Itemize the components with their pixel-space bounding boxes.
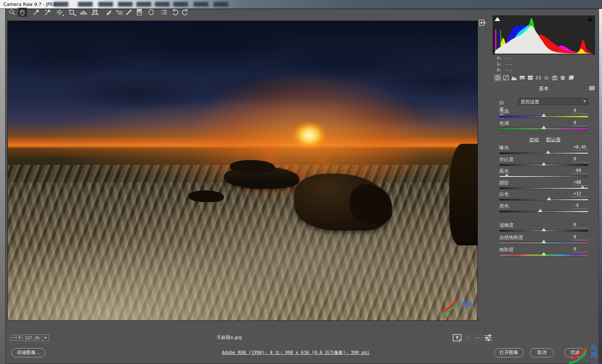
save-image-button[interactable]: 存储图像... (11, 348, 45, 357)
svg-text:fx: fx (544, 75, 549, 81)
shadow-clipping-indicator-icon[interactable] (494, 17, 500, 21)
tab-basic[interactable] (494, 74, 502, 82)
blurred-menu-item (78, 2, 93, 7)
slider-vibrance: 自然饱和度 0 (499, 234, 588, 245)
slider-whites: 白色 +12 (499, 191, 588, 201)
adjustment-brush-tool-icon[interactable] (125, 8, 133, 17)
blurred-menu-item (118, 2, 133, 7)
blurred-menu-item (173, 2, 188, 7)
auto-link[interactable]: 自动 (529, 136, 539, 143)
rgb-divider (518, 56, 519, 74)
tab-split-toning[interactable] (526, 74, 534, 82)
slider-highlights: 高光 -84 (499, 168, 588, 178)
watermark-text: 鸟网 (461, 301, 472, 307)
g-label: G: (497, 61, 505, 67)
g-value: --- (505, 61, 513, 67)
blurred-menu-item (194, 2, 208, 7)
hand-tool-icon[interactable] (18, 8, 27, 17)
straighten-tool-icon[interactable] (79, 8, 88, 17)
graduated-filter-tool-icon[interactable] (135, 8, 144, 17)
window-title: Camera Raw 9.7 - JPEG (3, 1, 57, 7)
white-balance-tool-icon[interactable] (32, 8, 41, 17)
preview-settings-icon[interactable] (483, 334, 493, 342)
chevron-down-icon (583, 101, 586, 102)
open-image-button[interactable]: 打开图像 (494, 348, 524, 357)
panel-title-divider (490, 84, 595, 84)
red-eye-removal-tool-icon[interactable] (115, 8, 123, 17)
filename-label: 无标题a.jpg (155, 334, 303, 341)
white-balance-select[interactable]: 原照设置 (518, 98, 588, 105)
zoom-level-select[interactable]: 127.2% (22, 334, 49, 341)
bottom-bar-divider (6, 343, 599, 344)
tab-effects[interactable]: fx (543, 74, 551, 82)
tab-snapshots[interactable] (567, 74, 575, 82)
histogram-plot (493, 16, 595, 54)
spot-removal-tool-icon[interactable] (105, 8, 114, 17)
tab-detail[interactable] (510, 74, 518, 82)
swap-before-after-button[interactable] (464, 334, 472, 341)
chevron-down-icon (42, 335, 49, 341)
image-canvas[interactable]: 鸟网 birdnet.cn (7, 21, 478, 321)
slider-temperature: 色温 0 (499, 108, 588, 118)
crop-tool-icon[interactable] (67, 8, 76, 17)
tab-presets[interactable] (559, 74, 567, 82)
rock-right-edge (449, 144, 478, 245)
transform-tool-icon[interactable] (91, 8, 99, 17)
panel-tabs: fx (494, 74, 575, 82)
slider-shadows: 阴影 +88 (499, 180, 588, 190)
camera-raw-dialog: { "title_bar": { "title": "Camera Raw 9.… (0, 0, 602, 364)
rock-small (188, 190, 224, 202)
color-sampler-tool-icon[interactable] (43, 8, 52, 17)
photo-watermark: 鸟网 birdnet.cn (441, 300, 472, 314)
rotate-right-icon[interactable] (181, 8, 190, 17)
rock-center (224, 166, 299, 189)
r-value: --- (505, 55, 513, 61)
preview-mode-button[interactable]: Y (453, 334, 462, 341)
tab-camera-calibration[interactable] (551, 74, 559, 82)
zoom-tool-icon[interactable] (8, 8, 17, 17)
desktop-edge-left (0, 9, 5, 364)
bottom-watermark: 鸟网 birdnet.cn (569, 344, 602, 364)
copy-settings-button[interactable] (474, 334, 482, 341)
b-label: B: (497, 67, 505, 73)
b-value: --- (505, 67, 513, 73)
birdnet-logo-icon (569, 346, 590, 364)
desktop-edge-right (599, 9, 602, 364)
tab-tone-curve[interactable] (502, 74, 510, 82)
zoom-out-button[interactable]: − (10, 335, 16, 341)
rotate-left-icon[interactable] (171, 8, 180, 17)
preferences-icon[interactable] (160, 8, 169, 17)
tab-hsl-grayscale[interactable] (518, 74, 526, 82)
default-link[interactable]: 默认值 (546, 136, 561, 143)
slider-contrast: 对比度 0 (499, 156, 588, 167)
cancel-button[interactable]: 取消 (530, 348, 554, 357)
zoom-level-value: 127.2% (23, 336, 42, 340)
panel-menu-icon[interactable] (589, 86, 595, 90)
section-divider (493, 218, 595, 218)
slider-saturation: 饱和度 0 (499, 246, 588, 257)
panel-divider (485, 9, 486, 344)
targeted-adjustment-tool-icon[interactable] (55, 8, 64, 17)
blurred-menu-item (54, 2, 68, 7)
blurred-menu-item (136, 2, 151, 7)
zoom-in-button[interactable]: + (17, 335, 23, 341)
panel-title: 基本 (493, 85, 595, 92)
slider-tint: 色调 0 (499, 120, 588, 130)
rgb-readout: R:--- G:--- B:--- (497, 55, 513, 73)
blurred-menu-item (155, 2, 170, 7)
blurred-menu-item (214, 2, 228, 7)
workflow-options-link[interactable]: Adobe RGB (1998); 8 位; 998 x 636 (0.6 百万… (155, 350, 436, 356)
birdnet-logo-icon (441, 300, 460, 314)
slider-clarity: 清晰度 0 (499, 222, 588, 232)
tab-lens-corrections[interactable] (534, 74, 543, 82)
rock-right (294, 174, 388, 231)
slider-blacks: 黑色 -9 (499, 203, 588, 213)
r-label: R: (497, 55, 505, 61)
highlight-clipping-indicator-icon[interactable] (587, 17, 593, 21)
radial-filter-tool-icon[interactable] (147, 8, 156, 17)
blurred-menu-item (98, 2, 113, 7)
slider-exposure: 曝光 +0.45 (499, 144, 588, 155)
section-divider (493, 133, 595, 133)
watermark-subtext: birdnet.cn (461, 311, 472, 313)
histogram[interactable] (493, 16, 595, 55)
